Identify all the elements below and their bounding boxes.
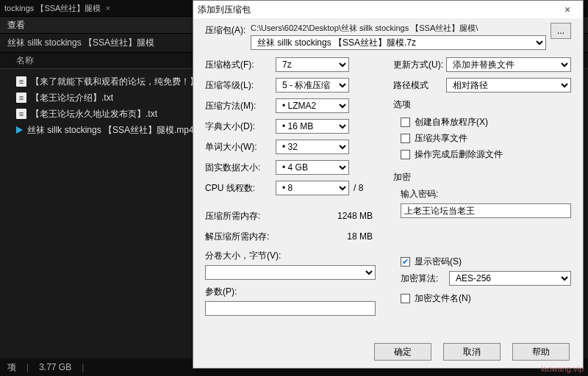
algo-select[interactable]: AES-256 (449, 271, 571, 286)
file-name: 【老王论坛介绍】.txt (31, 92, 113, 104)
file-name: 丝袜 sillk stockings 【SSA丝社】腿模.mp4 (27, 124, 194, 137)
archive-name-select[interactable]: 丝袜 sillk stockings 【SSA丝社】腿模.7z (251, 35, 546, 50)
dict-label: 字典大小(D): (205, 120, 276, 133)
format-label: 压缩格式(F): (205, 59, 276, 71)
memcomp-label: 压缩所需内存: (205, 210, 276, 223)
divider: | (82, 362, 84, 372)
solid-label: 固实数据大小: (205, 162, 276, 174)
document-icon: ≡ (16, 76, 26, 87)
update-label: 更新方式(U): (393, 59, 446, 71)
password-label: 输入密码: (401, 188, 571, 200)
solid-select[interactable]: • 4 GB (276, 160, 349, 175)
format-select[interactable]: 7z (276, 57, 349, 72)
params-input[interactable] (205, 301, 376, 316)
ok-button[interactable]: 确定 (374, 343, 431, 361)
dialog-title: 添加到压缩包 (198, 4, 556, 16)
archive-path: C:\Users\60242\Desktop\丝袜 sillk stocking… (251, 23, 546, 34)
close-icon[interactable]: × (556, 4, 578, 15)
menu-view[interactable]: 查看 (7, 19, 25, 32)
word-label: 单词大小(W): (205, 141, 276, 153)
browse-button[interactable]: ... (551, 23, 571, 39)
opt-sfx-checkbox[interactable]: 创建自释放程序(X) (401, 115, 571, 129)
divider: | (26, 362, 29, 372)
archive-label: 压缩包(A): (205, 23, 246, 37)
update-select[interactable]: 添加并替换文件 (446, 57, 571, 72)
memcomp-value: 1248 MB (276, 211, 376, 221)
watermark: laowang.vip (541, 364, 584, 373)
file-name: 【老王论坛永久地址发布页】.txt (31, 108, 157, 120)
split-select[interactable] (205, 265, 376, 280)
document-icon: ≡ (16, 109, 26, 119)
close-icon[interactable]: × (105, 4, 110, 12)
method-label: 压缩方法(M): (205, 100, 276, 112)
pathmode-select[interactable]: 相对路径 (446, 78, 571, 93)
memdecomp-value: 18 MB (276, 231, 376, 242)
word-select[interactable]: • 32 (276, 140, 349, 154)
show-password-checkbox[interactable]: ✔显示密码(S) (401, 255, 571, 268)
breadcrumb[interactable]: 丝袜 sillk stockings 【SSA丝社】腿模 (7, 37, 154, 49)
status-size: 3.77 GB (39, 362, 71, 372)
threads-max: / 8 (354, 183, 363, 193)
options-title: 选项 (393, 98, 571, 111)
play-icon (16, 126, 23, 134)
level-select[interactable]: 5 - 标准压缩 (276, 78, 349, 93)
params-label: 参数(P): (205, 286, 376, 298)
level-label: 压缩等级(L): (205, 79, 276, 92)
help-button[interactable]: 帮助 (512, 343, 570, 361)
opt-share-checkbox[interactable]: 压缩共享文件 (401, 131, 571, 145)
document-icon: ≡ (16, 93, 26, 103)
threads-select[interactable]: • 8 (276, 181, 349, 195)
threads-label: CPU 线程数: (205, 182, 276, 195)
file-name: 【来了就能下载和观看的论坛，纯免费！】.txt (31, 76, 210, 88)
pathmode-label: 路径模式 (393, 79, 446, 92)
cancel-button[interactable]: 取消 (443, 343, 501, 361)
password-input[interactable] (401, 203, 571, 218)
memdecomp-label: 解压缩所需内存: (205, 231, 276, 243)
method-select[interactable]: • LZMA2 (276, 98, 349, 113)
window-title: tockings 【SSA丝社】腿模 (4, 3, 101, 14)
split-label: 分卷大小，字节(V): (205, 250, 376, 262)
opt-delete-checkbox[interactable]: 操作完成后删除源文件 (401, 148, 571, 161)
col-name-header[interactable]: 名称 (16, 54, 34, 67)
encrypt-names-checkbox[interactable]: 加密文件名(N) (401, 292, 571, 305)
encrypt-title: 加密 (393, 171, 571, 184)
dict-select[interactable]: • 16 MB (276, 119, 349, 134)
algo-label: 加密算法: (401, 272, 449, 285)
status-items: 项 (7, 361, 16, 374)
